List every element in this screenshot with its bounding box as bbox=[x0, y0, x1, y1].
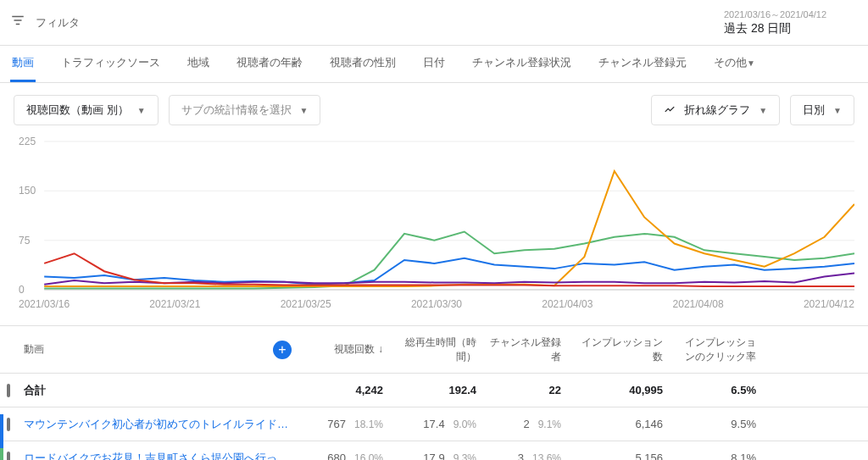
chart-x-axis: 2021/03/162021/03/212021/03/252021/03/30… bbox=[0, 298, 868, 310]
granularity-selector[interactable]: 日別▼ bbox=[790, 95, 854, 125]
col-views[interactable]: 視聴回数↓ bbox=[297, 339, 390, 360]
top-bar: フィルタ 2021/03/16～2021/04/12 過去 28 日間 bbox=[0, 0, 868, 46]
total-subs: 22 bbox=[483, 380, 568, 400]
cell-ctr: 8.1% bbox=[670, 448, 763, 460]
cell-subs: 29.1% bbox=[483, 414, 568, 434]
col-impressions[interactable]: インプレッション数 bbox=[568, 332, 670, 368]
filter-label[interactable]: フィルタ bbox=[36, 15, 80, 30]
chevron-down-icon: ▼ bbox=[833, 106, 842, 115]
chart-svg: 075150225 bbox=[19, 137, 854, 298]
cell-ctr: 9.5% bbox=[670, 414, 763, 434]
total-label: 合計 bbox=[24, 383, 46, 398]
total-impr: 40,995 bbox=[568, 380, 670, 400]
row-checkbox[interactable] bbox=[7, 418, 10, 431]
chevron-down-icon: ▼ bbox=[137, 106, 146, 115]
chevron-down-icon: ▼ bbox=[759, 106, 767, 115]
tab-date[interactable]: 日付 bbox=[421, 46, 447, 82]
x-axis-label: 2021/04/08 bbox=[673, 298, 724, 310]
chart-type-selector[interactable]: 折れ線グラフ▼ bbox=[651, 95, 780, 125]
svg-text:0: 0 bbox=[19, 284, 25, 296]
col-subscribers[interactable]: チャンネル登録者 bbox=[483, 332, 568, 368]
line-chart: 075150225 bbox=[0, 137, 868, 298]
chart-series-line bbox=[44, 258, 854, 285]
cell-watch: 17.49.0% bbox=[390, 414, 483, 434]
x-axis-label: 2021/03/16 bbox=[19, 298, 70, 310]
table-row-total: 合計 4,242 192.4 22 40,995 6.5% bbox=[0, 374, 868, 407]
video-title-link[interactable]: マウンテンバイク初心者が初めてのトレイルライドに行ってみた！ bbox=[24, 417, 290, 432]
chevron-down-icon: ▼ bbox=[747, 58, 755, 68]
secondary-metric-selector[interactable]: サブの統計情報を選択▼ bbox=[169, 95, 321, 125]
col-watch-time[interactable]: 総再生時間（時間） bbox=[390, 332, 483, 368]
svg-text:150: 150 bbox=[19, 185, 36, 197]
tab-subscription-status[interactable]: チャンネル登録状況 bbox=[470, 46, 573, 82]
line-chart-icon bbox=[664, 103, 676, 118]
data-table: 動画 + 視聴回数↓ 総再生時間（時間） チャンネル登録者 インプレッション数 … bbox=[0, 325, 868, 460]
svg-text:75: 75 bbox=[19, 235, 31, 247]
tab-more[interactable]: その他 ▼ bbox=[712, 46, 757, 82]
chevron-down-icon: ▼ bbox=[300, 106, 309, 115]
cell-impr: 6,146 bbox=[568, 414, 670, 434]
chart-toolbar: 視聴回数（動画 別）▼ サブの統計情報を選択▼ 折れ線グラフ▼ 日別▼ bbox=[0, 83, 868, 137]
add-metric-button[interactable]: + bbox=[273, 341, 292, 359]
tab-geography[interactable]: 地域 bbox=[186, 46, 211, 82]
cell-views: 68016.0% bbox=[297, 448, 390, 460]
x-axis-label: 2021/03/21 bbox=[149, 298, 200, 310]
table-header: 動画 + 視聴回数↓ 総再生時間（時間） チャンネル登録者 インプレッション数 … bbox=[0, 326, 868, 374]
series-color-marker bbox=[0, 414, 3, 448]
series-color-marker bbox=[0, 448, 3, 461]
video-title-link[interactable]: ロードバイクでお花見！吉見町さくら堤公園へ行ってみた bbox=[24, 451, 290, 461]
table-row[interactable]: ロードバイクでお花見！吉見町さくら堤公園へ行ってみた 68016.0% 17.9… bbox=[0, 441, 868, 460]
col-ctr[interactable]: インプレッションのクリック率 bbox=[670, 332, 763, 368]
cell-subs: 313.6% bbox=[483, 448, 568, 460]
date-range-picker[interactable]: 2021/03/16～2021/04/12 過去 28 日間 bbox=[714, 5, 858, 40]
tab-viewer-age[interactable]: 視聴者の年齢 bbox=[235, 46, 304, 82]
x-axis-label: 2021/03/30 bbox=[411, 298, 462, 310]
chart-series-line bbox=[44, 253, 854, 286]
cell-watch: 17.99.3% bbox=[390, 448, 483, 460]
filter-icon[interactable] bbox=[10, 13, 25, 32]
tab-subscription-source[interactable]: チャンネル登録元 bbox=[597, 46, 688, 82]
col-video[interactable]: 動画 + bbox=[17, 339, 297, 360]
date-range-text: 2021/03/16～2021/04/12 bbox=[724, 8, 848, 21]
table-row[interactable]: マウンテンバイク初心者が初めてのトレイルライドに行ってみた！ 76718.1% … bbox=[0, 407, 868, 441]
primary-metric-selector[interactable]: 視聴回数（動画 別）▼ bbox=[14, 95, 159, 125]
tab-viewer-gender[interactable]: 視聴者の性別 bbox=[328, 46, 398, 82]
x-axis-label: 2021/04/03 bbox=[542, 298, 593, 310]
x-axis-label: 2021/03/25 bbox=[281, 298, 331, 310]
total-ctr: 6.5% bbox=[670, 380, 763, 400]
tab-video[interactable]: 動画 bbox=[10, 46, 36, 82]
tab-traffic-source[interactable]: トラフィックソース bbox=[59, 46, 162, 82]
date-range-label: 過去 28 日間 bbox=[724, 21, 848, 36]
svg-text:225: 225 bbox=[19, 137, 36, 147]
chart-series-line bbox=[44, 171, 854, 286]
cell-impr: 5,156 bbox=[568, 448, 670, 460]
row-checkbox[interactable] bbox=[7, 452, 10, 461]
total-watch: 192.4 bbox=[390, 380, 483, 400]
cell-views: 76718.1% bbox=[297, 414, 390, 434]
x-axis-label: 2021/04/12 bbox=[804, 298, 854, 310]
sort-desc-icon: ↓ bbox=[378, 343, 383, 355]
checkbox-all[interactable] bbox=[7, 384, 10, 397]
total-views: 4,242 bbox=[297, 380, 390, 400]
dimension-tabs: 動画 トラフィックソース 地域 視聴者の年齢 視聴者の性別 日付 チャンネル登録… bbox=[0, 46, 868, 83]
